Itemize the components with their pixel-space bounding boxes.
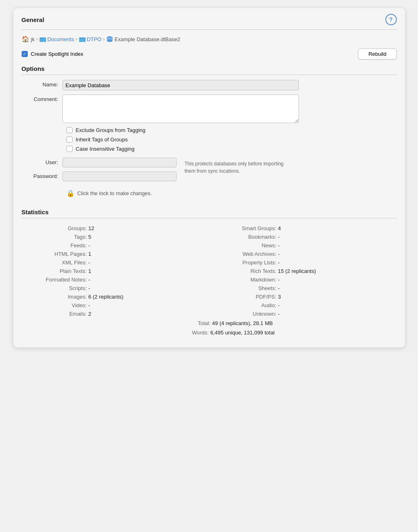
xml-value: - [88, 259, 90, 266]
stat-emails: Emails: 2 [22, 310, 207, 318]
words-row: Words: 6,495 unique, 131,099 total [22, 328, 397, 337]
stat-video: Video: - [22, 301, 207, 310]
lock-text: Click the lock to make changes. [77, 190, 152, 196]
password-input[interactable] [62, 171, 177, 181]
bookmarks-label: Bookmarks: [211, 234, 276, 240]
video-label: Video: [22, 302, 87, 308]
news-label: News: [211, 242, 276, 248]
unknown-value: - [278, 311, 280, 317]
inherit-tags-label: Inherit Tags of Groups [76, 136, 128, 143]
stat-audio: Audio: - [211, 301, 397, 310]
lock-icon[interactable]: 🔒 [66, 189, 75, 197]
comment-input[interactable] [62, 95, 299, 123]
comment-label: Comment: [22, 95, 62, 102]
stat-xml: XML Files: - [22, 258, 207, 267]
name-input[interactable] [62, 80, 299, 90]
stat-plain: Plain Texts: 1 [22, 267, 207, 275]
stat-images: Images: 6 (2 replicants) [22, 292, 207, 301]
user-row: User: [22, 158, 177, 167]
header: General ? [13, 8, 405, 28]
rich-label: Rich Texts: [211, 268, 276, 274]
stat-scripts: Scripts: - [22, 284, 207, 292]
feeds-label: Feeds: [22, 242, 87, 248]
statistics-divider [22, 218, 397, 218]
smart-value: 4 [278, 225, 281, 231]
audio-label: Audio: [211, 302, 276, 308]
statistics-title: Statistics [22, 209, 397, 218]
spotlight-checkbox[interactable]: ✓ [22, 51, 28, 57]
general-panel: General ? 🏠 jk › Documents › DTPO › Exam… [13, 8, 405, 347]
header-divider [22, 29, 397, 30]
stat-bookmarks: Bookmarks: - [211, 233, 397, 241]
proplists-value: - [278, 259, 280, 266]
stat-feeds: Feeds: - [22, 241, 207, 250]
spotlight-row: ✓ Create Spotlight Index Rebuild [13, 47, 405, 65]
html-value: 1 [88, 251, 91, 257]
rich-value: 15 (2 replicants) [278, 268, 316, 274]
statistics-section: Statistics Groups: 12 Tags: 5 Feeds: - H… [13, 209, 405, 347]
comment-row: Comment: [22, 95, 397, 123]
emails-value: 2 [88, 311, 91, 317]
groups-label: Groups: [22, 225, 87, 231]
breadcrumb-db: Example Database.dtBase2 [106, 36, 180, 42]
user-pass-fields: User: Password: [22, 158, 177, 185]
breadcrumb-folder1-label: Documents [47, 36, 74, 42]
bookmarks-value: - [278, 234, 280, 240]
formatted-value: - [88, 277, 90, 283]
exclude-groups-label: Exclude Groups from Tagging [76, 127, 146, 133]
stat-sheets: Sheets: - [211, 284, 397, 292]
breadcrumb-sep2: › [76, 36, 77, 42]
markdown-label: Markdown: [211, 277, 276, 283]
breadcrumb: 🏠 jk › Documents › DTPO › Example Databa… [13, 34, 405, 47]
help-button[interactable]: ? [385, 14, 397, 25]
db-icon [106, 36, 113, 42]
left-stats-col: Groups: 12 Tags: 5 Feeds: - HTML Pages: … [22, 224, 207, 318]
svg-rect-3 [79, 37, 82, 39]
stat-formatted: Formatted Notes: - [22, 275, 207, 284]
total-row: Total: 49 (4 replicants), 28.1 MB [22, 319, 397, 328]
formatted-label: Formatted Notes: [22, 277, 87, 283]
checkbox-row-2: Case Insensitive Tagging [66, 146, 397, 152]
video-value: - [88, 302, 90, 308]
feeds-value: - [88, 242, 90, 248]
checkboxes-group: Exclude Groups from Tagging Inherit Tags… [66, 127, 397, 152]
breadcrumb-folder1: Documents [40, 36, 74, 42]
user-input[interactable] [62, 158, 177, 167]
stat-total: Total: 49 (4 replicants), 28.1 MB [145, 319, 273, 328]
name-label: Name: [22, 80, 62, 88]
stat-rich: Rich Texts: 15 (2 replicants) [211, 267, 397, 275]
spotlight-left: ✓ Create Spotlight Index [22, 51, 84, 57]
scripts-value: - [88, 285, 90, 291]
rebuild-button[interactable]: Rebuild [358, 48, 396, 59]
right-stats-col: Smart Groups: 4 Bookmarks: - News: - Web… [211, 224, 397, 318]
stat-markdown: Markdown: - [211, 275, 397, 284]
checkbox-row-1: Inherit Tags of Groups [66, 136, 397, 143]
pdf-value: 3 [278, 294, 281, 300]
news-value: - [278, 242, 280, 248]
home-icon: 🏠 [22, 35, 29, 43]
breadcrumb-folder2: DTPO [79, 36, 102, 42]
webarchives-label: Web Archives: [211, 251, 276, 257]
svg-rect-1 [40, 37, 42, 39]
case-insensitive-checkbox[interactable] [66, 146, 73, 152]
breadcrumb-home: jk [31, 36, 35, 42]
inherit-tags-checkbox[interactable] [66, 136, 73, 143]
stat-proplists: Property Lists: - [211, 258, 397, 267]
stat-pdf: PDF/PS: 3 [211, 292, 397, 301]
stat-news: News: - [211, 241, 397, 250]
user-pass-section: User: Password: This protects databases … [22, 158, 397, 185]
folder-icon-2 [79, 36, 86, 42]
exclude-groups-checkbox[interactable] [66, 127, 73, 133]
html-label: HTML Pages: [22, 251, 87, 257]
folder-icon-1 [40, 36, 46, 42]
lock-row: 🔒 Click the lock to make changes. [66, 189, 397, 197]
options-title: Options [22, 65, 397, 75]
password-label: Password: [22, 171, 62, 179]
smart-label: Smart Groups: [211, 225, 276, 231]
sheets-value: - [278, 285, 280, 291]
password-row: Password: [22, 171, 177, 181]
panel-title: General [22, 16, 44, 23]
options-section: Options Name: Comment: Exclude Groups fr… [13, 65, 405, 209]
stat-smart: Smart Groups: 4 [211, 224, 397, 233]
checkmark-icon: ✓ [23, 52, 26, 56]
